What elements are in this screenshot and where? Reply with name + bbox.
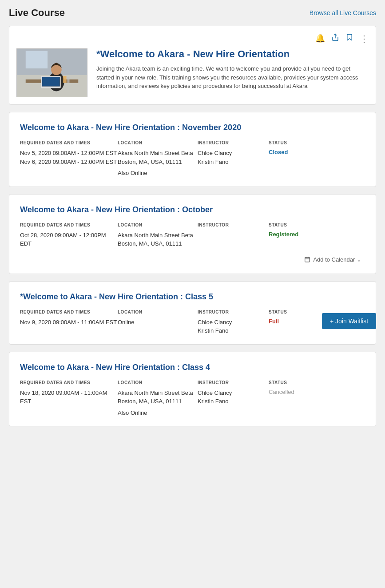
session-card-0: Welcome to Akara - New Hire Orientation … [9, 112, 376, 187]
status-header: STATUS [269, 380, 322, 385]
location-header: LOCATION [118, 310, 198, 314]
svg-rect-10 [63, 76, 67, 83]
status-col: STATUS Full [269, 310, 322, 325]
instructor-header: INSTRUCTOR [198, 380, 269, 385]
instructor-col: INSTRUCTOR [198, 222, 269, 231]
location-header: LOCATION [118, 140, 198, 145]
also-online-label: Also Online [118, 409, 198, 417]
status-col: STATUS Cancelled [269, 380, 322, 395]
hero-text: *Welcome to Akara - New Hire Orientation… [96, 48, 369, 91]
page-container: Live Course Browse all Live Courses 🔔 ⋮ [0, 0, 385, 441]
status-value: Closed [269, 149, 322, 155]
instructor-header: INSTRUCTOR [198, 310, 269, 314]
join-waitlist-button[interactable]: + Join Waitlist [322, 313, 376, 329]
instructor-value: Chloe ClancyKristin Fano [198, 389, 269, 406]
session-title-0[interactable]: Welcome to Akara - New Hire Orientation … [20, 123, 365, 132]
status-value: Full [269, 318, 322, 325]
session-card-2: *Welcome to Akara - New Hire Orientation… [9, 281, 376, 345]
dates-header: REQUIRED DATES AND TIMES [20, 140, 118, 145]
instructor-value: Chloe ClancyKristin Fano [198, 149, 269, 166]
session-grid-1: REQUIRED DATES AND TIMES Oct 28, 2020 09… [20, 222, 365, 248]
session-card-1: Welcome to Akara - New Hire Orientation … [9, 194, 376, 274]
dates-col: REQUIRED DATES AND TIMES Nov 5, 2020 09:… [20, 140, 118, 166]
calendar-row: Add to Calendar ⌄ [20, 251, 365, 265]
bookmark-icon[interactable] [345, 33, 353, 44]
status-col: STATUS Closed [269, 140, 322, 155]
dates-col: REQUIRED DATES AND TIMES Nov 9, 2020 09:… [20, 310, 118, 327]
more-options-icon[interactable]: ⋮ [360, 33, 369, 44]
add-to-calendar-button[interactable]: Add to Calendar ⌄ [301, 254, 365, 265]
share-icon[interactable] [331, 33, 339, 44]
dates-value: Oct 28, 2020 09:00AM - 12:00PM EDT [20, 231, 118, 248]
status-value: Cancelled [269, 389, 322, 395]
location-value: Akara North Main Street BetaBoston, MA, … [118, 149, 198, 166]
dates-header: REQUIRED DATES AND TIMES [20, 310, 118, 314]
instructor-value: Chloe ClancyKristin Fano [198, 318, 269, 335]
session-cards-container: Welcome to Akara - New Hire Orientation … [9, 112, 376, 426]
location-col: LOCATION Online [118, 310, 198, 327]
dates-value: Nov 9, 2020 09:00AM - 11:00AM EST [20, 318, 118, 327]
hero-card-inner: *Welcome to Akara - New Hire Orientation… [16, 48, 369, 97]
status-col: STATUS Registered [269, 222, 322, 238]
svg-rect-11 [67, 77, 70, 83]
hero-actions: 🔔 ⋮ [16, 33, 369, 44]
browse-all-link[interactable]: Browse all Live Courses [310, 9, 376, 16]
svg-rect-12 [305, 257, 310, 262]
instructor-header: INSTRUCTOR [198, 222, 269, 227]
location-header: LOCATION [118, 222, 198, 227]
location-value: Akara North Main Street BetaBoston, MA, … [118, 389, 198, 406]
instructor-col: INSTRUCTOR Chloe ClancyKristin Fano [198, 140, 269, 166]
location-value: Online [118, 318, 198, 327]
hero-thumbnail [16, 48, 87, 97]
svg-rect-9 [42, 77, 60, 86]
hero-card: 🔔 ⋮ [9, 26, 376, 105]
instructor-header: INSTRUCTOR [198, 140, 269, 145]
dates-col: REQUIRED DATES AND TIMES Oct 28, 2020 09… [20, 222, 118, 248]
status-header: STATUS [269, 140, 322, 145]
instructor-col: INSTRUCTOR Chloe ClancyKristin Fano [198, 380, 269, 406]
location-col: LOCATION Akara North Main Street BetaBos… [118, 140, 198, 178]
dates-col: REQUIRED DATES AND TIMES Nov 18, 2020 09… [20, 380, 118, 406]
status-value: Registered [269, 231, 322, 238]
bell-icon[interactable]: 🔔 [315, 33, 325, 44]
page-title: Live Course [9, 7, 65, 19]
session-grid-2: REQUIRED DATES AND TIMES Nov 9, 2020 09:… [20, 310, 365, 335]
page-header: Live Course Browse all Live Courses [9, 7, 376, 19]
instructor-col: INSTRUCTOR Chloe ClancyKristin Fano [198, 310, 269, 335]
location-col: LOCATION Akara North Main Street BetaBos… [118, 380, 198, 417]
svg-rect-3 [26, 51, 48, 69]
location-header: LOCATION [118, 380, 198, 385]
action-col: + Join Waitlist [322, 310, 376, 329]
session-card-3: Welcome to Akara - New Hire Orientation … [9, 352, 376, 427]
hero-description: Joining the Akara team is an exciting ti… [96, 64, 369, 91]
dates-header: REQUIRED DATES AND TIMES [20, 222, 118, 227]
dates-header: REQUIRED DATES AND TIMES [20, 380, 118, 385]
session-title-3[interactable]: Welcome to Akara - New Hire Orientation … [20, 363, 365, 372]
session-grid-3: REQUIRED DATES AND TIMES Nov 18, 2020 09… [20, 380, 365, 417]
dates-value: Nov 5, 2020 09:00AM - 12:00PM ESTNov 6, … [20, 149, 118, 166]
session-title-1[interactable]: Welcome to Akara - New Hire Orientation … [20, 205, 365, 215]
status-header: STATUS [269, 310, 322, 314]
status-header: STATUS [269, 222, 322, 227]
session-title-2[interactable]: *Welcome to Akara - New Hire Orientation… [20, 292, 365, 302]
location-value: Akara North Main Street BetaBoston, MA, … [118, 231, 198, 248]
location-col: LOCATION Akara North Main Street BetaBos… [118, 222, 198, 248]
hero-title: *Welcome to Akara - New Hire Orientation [96, 48, 369, 60]
session-grid-0: REQUIRED DATES AND TIMES Nov 5, 2020 09:… [20, 140, 365, 178]
also-online-label: Also Online [118, 169, 198, 178]
dates-value: Nov 18, 2020 09:00AM - 11:00AM EST [20, 389, 118, 406]
